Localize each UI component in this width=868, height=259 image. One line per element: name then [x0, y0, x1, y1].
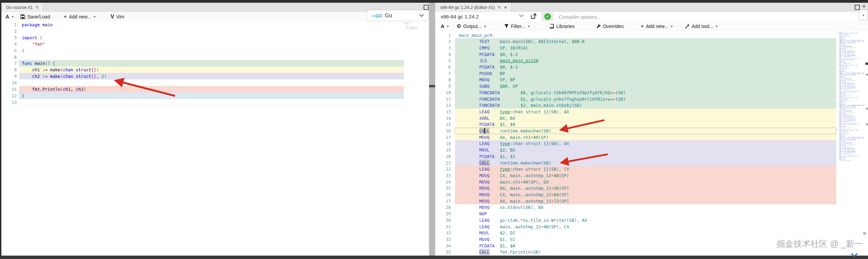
vim-toggle-button[interactable]: V Vim — [111, 12, 124, 21]
line-number: 20 — [435, 153, 451, 160]
line-number: 21 — [435, 160, 451, 166]
asm-line: MOVQ main.ch1+40(SP), DX — [459, 179, 548, 185]
plus-icon: + — [641, 23, 644, 30]
tab-go-source[interactable]: Go source #1 ✎ — [2, 3, 43, 12]
source-line: func main() { — [22, 60, 55, 67]
line-number: 23 — [435, 172, 451, 179]
assembly-editor[interactable]: 1main_main_pc0:2 TEXT main.main(SB), ABI… — [435, 31, 868, 256]
line-number: 6 — [435, 64, 451, 70]
line-highlight-green — [455, 70, 836, 77]
add-new-button[interactable]: + Add new... ▾ — [63, 12, 95, 21]
vim-label: Vim — [116, 14, 124, 19]
asm-line: MOVL $2, DI — [459, 230, 515, 236]
splitter-handle[interactable] — [429, 85, 435, 87]
chevron-down-icon[interactable] — [519, 14, 524, 17]
libraries-button[interactable]: Libraries — [550, 21, 575, 31]
filter-button[interactable]: Filter... ▾ — [504, 21, 530, 31]
asm-line: PCDATA $1, $0 — [459, 243, 515, 249]
maximize-pane-icon[interactable] — [855, 5, 860, 10]
chevron-down-icon: ▾ — [12, 15, 14, 18]
asm-line: PCDATA $0, $-2 — [459, 51, 518, 58]
options-dropdown-button[interactable]: ▾ — [859, 10, 868, 20]
asm-line: PUSHQ BP — [459, 70, 505, 77]
source-line: ) — [22, 47, 25, 54]
source-line: fmt.Println(ch1, ch2) — [22, 86, 86, 92]
add-new-button[interactable]: + Add new... ▾ — [641, 21, 673, 31]
line-number: 6 — [1, 54, 17, 60]
asm-line: SUBQ $80, SP — [459, 83, 518, 89]
overview-ruler-mark — [866, 74, 868, 75]
pane-splitter[interactable] — [429, 3, 435, 256]
close-pane-icon[interactable]: × — [862, 4, 866, 9]
compiler-tab-bar: x86-64 gc 1.24.2 (Editor #1) ✎ × × — [435, 3, 868, 12]
text-cursor[interactable] — [484, 128, 485, 134]
source-minimap[interactable]: package mainimport ( "fmt")func main() {… — [404, 23, 418, 38]
line-number: 29 — [435, 211, 451, 217]
chevron-down-icon: ▾ — [671, 25, 673, 28]
filter-label: Filter... — [511, 24, 525, 29]
close-tab-icon[interactable]: × — [504, 5, 507, 10]
filter-funnel-icon — [504, 24, 509, 28]
line-number: 35 — [435, 249, 451, 255]
line-number: 11 — [1, 86, 17, 92]
status-ok-icon: ✓ — [544, 13, 551, 20]
source-editor-pane: Go source #1 ✎ A ▾ Save/Load + Add new..… — [1, 3, 429, 256]
compiler-row: x86-64 gc 1.24.2 ✓ ▾ — [435, 12, 868, 21]
asm-line: FUNCDATA $1, gclocals·ynhn7foghzp0rliH7R… — [459, 96, 626, 102]
font-size-button[interactable]: A ▾ — [5, 12, 13, 21]
overview-ruler-mark — [866, 124, 868, 125]
line-number: 11 — [435, 96, 451, 102]
compiler-options-input[interactable] — [558, 12, 856, 21]
asm-line: LEAQ go:itab.*os.File,io.Writer(SB), AX — [459, 217, 587, 224]
compiler-output-pane: x86-64 gc 1.24.2 (Editor #1) ✎ × × x86-6… — [435, 3, 868, 256]
line-number: 18 — [435, 140, 451, 147]
chevron-down-icon: ▾ — [484, 25, 486, 28]
line-number: 19 — [435, 147, 451, 153]
line-number: 8 — [1, 67, 17, 73]
line-number: 3 — [1, 34, 17, 41]
asm-line: main_main_pc0: — [459, 32, 495, 39]
asm-line: LEAQ type:chan struct {}(SB), CX — [459, 166, 569, 172]
save-load-button[interactable]: Save/Load — [20, 12, 50, 21]
compile-status-button[interactable]: ✓ — [542, 12, 553, 21]
line-number: 3 — [435, 45, 451, 51]
font-size-button[interactable]: A ▾ — [441, 21, 448, 31]
compiler-options-wrap — [558, 12, 855, 21]
maximize-pane-icon[interactable] — [424, 5, 429, 10]
line-number: 4 — [435, 51, 451, 58]
save-icon — [20, 14, 25, 19]
overview-ruler-mark — [863, 232, 866, 235]
asm-line: MOVQ DX, main..autotmp_12+56(SP) — [459, 185, 569, 191]
asm-line: MOVQ CX, main..autotmp_12+48(SP) — [459, 172, 569, 179]
source-tab-bar: Go source #1 ✎ — [1, 3, 429, 12]
overview-ruler-mark — [866, 108, 868, 110]
asm-line: FUNCDATA $0, gclocals·ISb46fRPFoZ9pIfykF… — [459, 89, 626, 96]
source-editor[interactable]: 1package main23import (4 "fmt"5)67func m… — [1, 21, 429, 256]
line-number: 17 — [435, 134, 451, 141]
open-in-new-icon[interactable] — [531, 13, 536, 19]
chevron-down-icon: ▾ — [863, 13, 864, 17]
add-tool-button[interactable]: Add tool... ▾ — [685, 21, 718, 31]
line-number: 28 — [435, 204, 451, 211]
asm-line: LEAQ main..autotmp_12+48(SP), CX — [459, 224, 569, 230]
asm-line: JLS main_main_pc120 — [459, 57, 538, 64]
line-number: 8 — [435, 76, 451, 83]
assembly-minimap[interactable]: main_main_pc0: TEXT main.main(SB), ABIIn… — [837, 32, 865, 223]
rename-icon[interactable]: ✎ — [35, 5, 39, 10]
window-bottom-edge — [0, 256, 868, 259]
line-number: 25 — [435, 185, 451, 191]
language-select[interactable]: GO Go — [367, 10, 429, 21]
tab-compiler[interactable]: x86-64 gc 1.24.2 (Editor #1) ✎ × — [436, 3, 511, 12]
chevron-down-icon: ▾ — [94, 15, 95, 18]
scroll-down-indicator-icon[interactable] — [851, 253, 858, 257]
rename-icon[interactable]: ✎ — [498, 5, 501, 10]
asm-line: MOVQ AX, main.ch1+40(SP) — [459, 134, 548, 141]
watermark: 掘金技术社区 @ _新一 — [777, 238, 863, 249]
compiler-select[interactable]: x86-64 gc 1.24.2 — [441, 14, 479, 19]
source-line: import ( — [22, 34, 42, 41]
line-number: 9 — [435, 83, 451, 89]
line-number: 5 — [1, 47, 17, 54]
output-button[interactable]: ⚙ Output... ▾ — [456, 21, 486, 31]
overrides-button[interactable]: Overrides — [596, 21, 624, 31]
line-highlight-green — [19, 60, 404, 67]
